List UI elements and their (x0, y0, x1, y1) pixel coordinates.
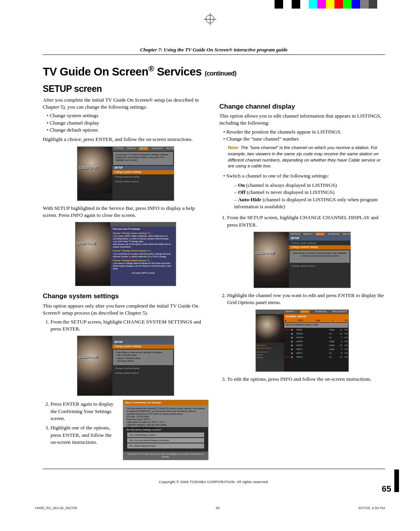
chapter-header: Chapter 7: Using the TV Guide On Screen®… (43, 47, 385, 55)
setup-bullets: Change system settings Change channel di… (43, 112, 208, 134)
ccd-step3: To edit the options, press INFO and foll… (227, 376, 385, 383)
left-column: After you complete the initial TV Guide … (43, 97, 208, 461)
edge-tab (394, 469, 399, 492)
bullet-change-channel: Change channel display (47, 120, 208, 127)
screenshot-confirm-settings: Step 6: Confirming Your Settings You hav… (123, 400, 208, 460)
css-step3: Highlight one of the options, press ENTE… (51, 424, 117, 446)
ccd-b2: Change the "tune channel" number. (223, 135, 385, 142)
after-screenshot1: With SETUP highlighted in the Service Ba… (43, 205, 208, 219)
bullet-change-default: Change default options (47, 127, 208, 134)
switch-on: On (channel is always displayed in LISTI… (219, 182, 385, 189)
tune-channel-note: Note: The "tune channel" is the channel … (228, 145, 385, 169)
switch-autohide: Auto-Hide (channel is displayed in LISTI… (219, 196, 385, 211)
setup-intro: After you complete the initial TV Guide … (43, 97, 208, 111)
setup-heading: SETUP screen (43, 84, 385, 94)
ccd-b3: Switch a channel to one of the following… (223, 172, 385, 179)
screenshot-setup-help: COLD CASE Fine tune your TV viewing! Cho… (75, 222, 176, 286)
ccd-intro: This option allows you to edit channel i… (219, 113, 385, 127)
change-channel-heading: Change channel display (219, 102, 385, 111)
copyright-line: Copyright © 2005 TOSHIBA CORPORATION. Al… (43, 480, 385, 484)
switch-off: Off (channel is never displayed in LISTI… (219, 189, 385, 196)
css-intro: This option appears only after you have … (43, 302, 208, 317)
ccd-b1: Reorder the position the channels appear… (223, 128, 385, 135)
setup-highlight-text: Highlight a choice, press ENTER, and fol… (43, 136, 208, 143)
change-system-heading: Change system settings (43, 292, 208, 301)
screenshot-setup-main: COLD CASE LISTINGSSEARCHSETUPSCHEDULEREC… (77, 146, 174, 201)
page-number: 65 (382, 484, 391, 494)
page-title: TV Guide On Screen® Services (continued) (43, 64, 385, 78)
screenshot-channel-editor: Edit Option go back to Setup tune channe… (256, 309, 349, 372)
ccd-step2: Highlight the channel row you want to ed… (227, 292, 385, 306)
css-step1: From the SETUP screen, highlight CHANGE … (51, 318, 208, 333)
css-step2: Press ENTER again to display the Confirm… (51, 401, 117, 422)
print-footer: HM95_R2_063-66_062705 65 6/27/05, 6:58 P… (35, 506, 385, 510)
ccd-step1: From the SETUP screen, highlight CHANGE … (227, 214, 385, 229)
bullet-change-system: Change system settings (47, 112, 208, 119)
screenshot-change-system: COLD CASE SETUP Change system settings P… (77, 336, 174, 396)
screenshot-ccd-menu: COLD CASE LISTINGSSEARCHSETUPSCHEDULEREC… (254, 232, 351, 288)
right-column: Change channel display This option allow… (219, 97, 385, 461)
